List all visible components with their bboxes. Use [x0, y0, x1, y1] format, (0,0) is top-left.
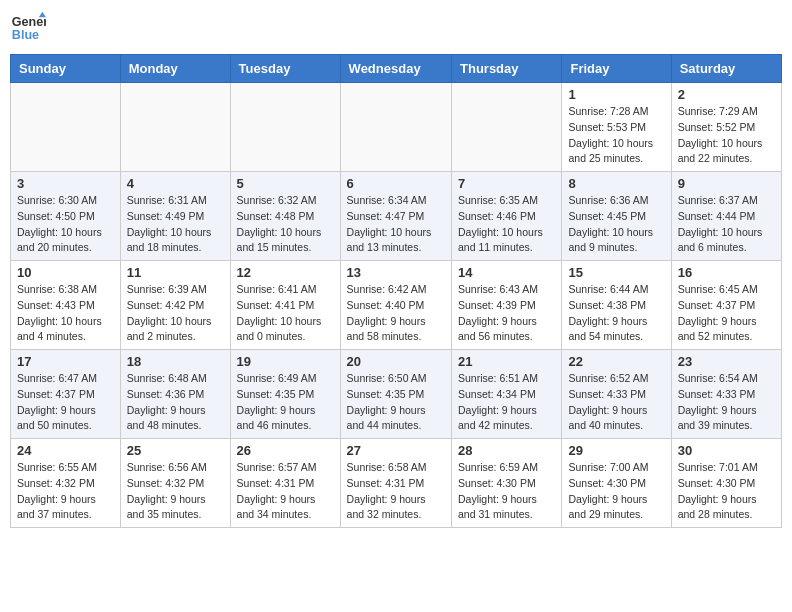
page-header: General Blue [10, 10, 782, 46]
day-cell: 20Sunrise: 6:50 AMSunset: 4:35 PMDayligh… [340, 350, 451, 439]
weekday-header-saturday: Saturday [671, 55, 781, 83]
day-cell: 1Sunrise: 7:28 AMSunset: 5:53 PMDaylight… [562, 83, 671, 172]
day-cell: 29Sunrise: 7:00 AMSunset: 4:30 PMDayligh… [562, 439, 671, 528]
day-number: 20 [347, 354, 445, 369]
day-info: Sunrise: 6:41 AMSunset: 4:41 PMDaylight:… [237, 282, 334, 345]
day-info: Sunrise: 7:00 AMSunset: 4:30 PMDaylight:… [568, 460, 664, 523]
day-cell: 4Sunrise: 6:31 AMSunset: 4:49 PMDaylight… [120, 172, 230, 261]
day-number: 27 [347, 443, 445, 458]
day-info: Sunrise: 7:28 AMSunset: 5:53 PMDaylight:… [568, 104, 664, 167]
day-info: Sunrise: 6:48 AMSunset: 4:36 PMDaylight:… [127, 371, 224, 434]
day-number: 10 [17, 265, 114, 280]
day-info: Sunrise: 6:43 AMSunset: 4:39 PMDaylight:… [458, 282, 555, 345]
day-number: 15 [568, 265, 664, 280]
weekday-header-sunday: Sunday [11, 55, 121, 83]
day-info: Sunrise: 6:58 AMSunset: 4:31 PMDaylight:… [347, 460, 445, 523]
day-number: 28 [458, 443, 555, 458]
weekday-header-thursday: Thursday [452, 55, 562, 83]
day-cell: 5Sunrise: 6:32 AMSunset: 4:48 PMDaylight… [230, 172, 340, 261]
day-number: 19 [237, 354, 334, 369]
weekday-header-tuesday: Tuesday [230, 55, 340, 83]
logo: General Blue [10, 10, 46, 46]
day-cell: 16Sunrise: 6:45 AMSunset: 4:37 PMDayligh… [671, 261, 781, 350]
day-cell: 13Sunrise: 6:42 AMSunset: 4:40 PMDayligh… [340, 261, 451, 350]
day-info: Sunrise: 6:57 AMSunset: 4:31 PMDaylight:… [237, 460, 334, 523]
day-number: 29 [568, 443, 664, 458]
day-number: 7 [458, 176, 555, 191]
day-cell: 19Sunrise: 6:49 AMSunset: 4:35 PMDayligh… [230, 350, 340, 439]
day-cell: 21Sunrise: 6:51 AMSunset: 4:34 PMDayligh… [452, 350, 562, 439]
day-cell: 25Sunrise: 6:56 AMSunset: 4:32 PMDayligh… [120, 439, 230, 528]
day-info: Sunrise: 6:30 AMSunset: 4:50 PMDaylight:… [17, 193, 114, 256]
day-cell [230, 83, 340, 172]
calendar: SundayMondayTuesdayWednesdayThursdayFrid… [10, 54, 782, 528]
day-number: 18 [127, 354, 224, 369]
week-row-4: 17Sunrise: 6:47 AMSunset: 4:37 PMDayligh… [11, 350, 782, 439]
day-number: 25 [127, 443, 224, 458]
day-number: 30 [678, 443, 775, 458]
day-cell: 12Sunrise: 6:41 AMSunset: 4:41 PMDayligh… [230, 261, 340, 350]
day-number: 14 [458, 265, 555, 280]
day-cell [120, 83, 230, 172]
day-cell [452, 83, 562, 172]
day-number: 8 [568, 176, 664, 191]
day-info: Sunrise: 6:50 AMSunset: 4:35 PMDaylight:… [347, 371, 445, 434]
day-cell [340, 83, 451, 172]
day-number: 22 [568, 354, 664, 369]
day-cell: 18Sunrise: 6:48 AMSunset: 4:36 PMDayligh… [120, 350, 230, 439]
day-info: Sunrise: 6:34 AMSunset: 4:47 PMDaylight:… [347, 193, 445, 256]
day-cell: 9Sunrise: 6:37 AMSunset: 4:44 PMDaylight… [671, 172, 781, 261]
day-info: Sunrise: 6:35 AMSunset: 4:46 PMDaylight:… [458, 193, 555, 256]
day-info: Sunrise: 6:31 AMSunset: 4:49 PMDaylight:… [127, 193, 224, 256]
week-row-3: 10Sunrise: 6:38 AMSunset: 4:43 PMDayligh… [11, 261, 782, 350]
day-info: Sunrise: 6:45 AMSunset: 4:37 PMDaylight:… [678, 282, 775, 345]
day-info: Sunrise: 6:54 AMSunset: 4:33 PMDaylight:… [678, 371, 775, 434]
weekday-header-monday: Monday [120, 55, 230, 83]
day-cell: 28Sunrise: 6:59 AMSunset: 4:30 PMDayligh… [452, 439, 562, 528]
day-info: Sunrise: 7:01 AMSunset: 4:30 PMDaylight:… [678, 460, 775, 523]
day-info: Sunrise: 6:42 AMSunset: 4:40 PMDaylight:… [347, 282, 445, 345]
day-number: 24 [17, 443, 114, 458]
day-cell: 3Sunrise: 6:30 AMSunset: 4:50 PMDaylight… [11, 172, 121, 261]
day-number: 2 [678, 87, 775, 102]
day-info: Sunrise: 6:44 AMSunset: 4:38 PMDaylight:… [568, 282, 664, 345]
day-cell: 24Sunrise: 6:55 AMSunset: 4:32 PMDayligh… [11, 439, 121, 528]
day-info: Sunrise: 6:32 AMSunset: 4:48 PMDaylight:… [237, 193, 334, 256]
day-number: 1 [568, 87, 664, 102]
day-number: 21 [458, 354, 555, 369]
day-info: Sunrise: 6:49 AMSunset: 4:35 PMDaylight:… [237, 371, 334, 434]
day-cell: 30Sunrise: 7:01 AMSunset: 4:30 PMDayligh… [671, 439, 781, 528]
day-number: 4 [127, 176, 224, 191]
day-info: Sunrise: 7:29 AMSunset: 5:52 PMDaylight:… [678, 104, 775, 167]
day-cell: 17Sunrise: 6:47 AMSunset: 4:37 PMDayligh… [11, 350, 121, 439]
day-number: 3 [17, 176, 114, 191]
svg-text:Blue: Blue [12, 28, 39, 42]
day-number: 6 [347, 176, 445, 191]
day-number: 17 [17, 354, 114, 369]
day-info: Sunrise: 6:38 AMSunset: 4:43 PMDaylight:… [17, 282, 114, 345]
weekday-header-friday: Friday [562, 55, 671, 83]
day-cell: 6Sunrise: 6:34 AMSunset: 4:47 PMDaylight… [340, 172, 451, 261]
day-cell: 27Sunrise: 6:58 AMSunset: 4:31 PMDayligh… [340, 439, 451, 528]
day-cell: 22Sunrise: 6:52 AMSunset: 4:33 PMDayligh… [562, 350, 671, 439]
calendar-header: SundayMondayTuesdayWednesdayThursdayFrid… [11, 55, 782, 83]
day-cell: 15Sunrise: 6:44 AMSunset: 4:38 PMDayligh… [562, 261, 671, 350]
day-info: Sunrise: 6:39 AMSunset: 4:42 PMDaylight:… [127, 282, 224, 345]
day-number: 26 [237, 443, 334, 458]
day-info: Sunrise: 6:37 AMSunset: 4:44 PMDaylight:… [678, 193, 775, 256]
day-number: 23 [678, 354, 775, 369]
day-number: 9 [678, 176, 775, 191]
day-info: Sunrise: 6:36 AMSunset: 4:45 PMDaylight:… [568, 193, 664, 256]
day-cell: 7Sunrise: 6:35 AMSunset: 4:46 PMDaylight… [452, 172, 562, 261]
day-number: 5 [237, 176, 334, 191]
day-info: Sunrise: 6:51 AMSunset: 4:34 PMDaylight:… [458, 371, 555, 434]
day-cell [11, 83, 121, 172]
day-cell: 10Sunrise: 6:38 AMSunset: 4:43 PMDayligh… [11, 261, 121, 350]
week-row-2: 3Sunrise: 6:30 AMSunset: 4:50 PMDaylight… [11, 172, 782, 261]
day-cell: 26Sunrise: 6:57 AMSunset: 4:31 PMDayligh… [230, 439, 340, 528]
day-cell: 2Sunrise: 7:29 AMSunset: 5:52 PMDaylight… [671, 83, 781, 172]
day-info: Sunrise: 6:55 AMSunset: 4:32 PMDaylight:… [17, 460, 114, 523]
day-info: Sunrise: 6:56 AMSunset: 4:32 PMDaylight:… [127, 460, 224, 523]
day-info: Sunrise: 6:59 AMSunset: 4:30 PMDaylight:… [458, 460, 555, 523]
week-row-5: 24Sunrise: 6:55 AMSunset: 4:32 PMDayligh… [11, 439, 782, 528]
